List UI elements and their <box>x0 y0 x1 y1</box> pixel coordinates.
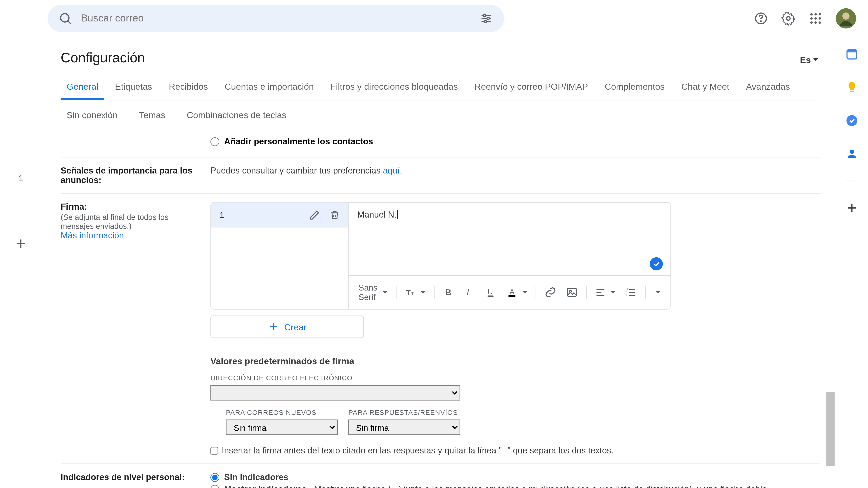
svg-text:I: I <box>467 288 469 297</box>
signature-sub: (Se adjunta al final de todos los mensaj… <box>61 213 201 231</box>
list-button[interactable]: 123 <box>621 284 640 301</box>
svg-text:B: B <box>445 288 452 297</box>
signature-editor: 1 Manuel N. Sans Se <box>211 202 671 310</box>
create-signature-button[interactable]: Crear <box>211 316 364 338</box>
compose-plus-icon[interactable] <box>13 236 28 251</box>
tab-shortcuts[interactable]: Combinaciones de teclas <box>181 105 292 125</box>
signature-toolbar: Sans Serif TT B I U A <box>349 275 670 309</box>
signature-textarea[interactable]: Manuel N. <box>349 203 670 275</box>
tune-icon[interactable] <box>479 11 493 26</box>
scrollbar-thumb[interactable] <box>827 392 835 466</box>
text-color-button[interactable]: A <box>503 284 531 301</box>
defaults-title: Valores predeterminados de firma <box>211 356 820 366</box>
font-select[interactable]: Sans Serif <box>355 281 391 304</box>
insert-before-label: Insertar la firma antes del texto citado… <box>222 446 614 455</box>
svg-point-11 <box>810 13 813 15</box>
svg-rect-25 <box>847 50 857 53</box>
tab-filters[interactable]: Filtros y direcciones bloqueadas <box>324 76 464 96</box>
address-select[interactable] <box>211 385 460 400</box>
row-label-indicators: Indicadores de nivel personal: <box>61 473 211 488</box>
svg-point-10 <box>786 17 790 20</box>
underline-button[interactable]: U <box>482 284 501 301</box>
search-input[interactable] <box>72 12 479 24</box>
search-box[interactable] <box>48 5 504 32</box>
svg-text:A: A <box>509 288 515 296</box>
row-label-signature: Firma: <box>61 202 87 212</box>
svg-rect-39 <box>567 288 576 296</box>
svg-point-14 <box>810 17 813 20</box>
italic-button[interactable]: I <box>460 284 479 301</box>
svg-point-15 <box>814 17 817 20</box>
radio-label: Sin indicadores <box>224 473 288 482</box>
svg-text:T: T <box>410 291 414 296</box>
tab-addons[interactable]: Complementos <box>599 76 671 96</box>
contacts-icon[interactable] <box>845 147 858 160</box>
svg-point-21 <box>842 12 850 20</box>
delete-icon[interactable] <box>329 210 340 220</box>
calendar-icon[interactable] <box>845 47 858 61</box>
more-format-button[interactable] <box>650 289 664 296</box>
svg-text:U: U <box>488 288 493 296</box>
importance-text: Puedes consultar y cambiar tus preferenc… <box>211 166 820 185</box>
link-button[interactable] <box>541 284 560 301</box>
reply-label: PARA RESPUESTAS/REENVÍOS <box>348 409 460 416</box>
left-rail-count: 1 <box>19 173 23 183</box>
align-button[interactable] <box>591 284 619 301</box>
language-label: Es <box>800 55 811 65</box>
radio-input[interactable] <box>211 473 219 482</box>
tab-general[interactable]: General <box>61 76 104 100</box>
svg-point-13 <box>819 13 821 15</box>
help-icon[interactable] <box>754 11 768 26</box>
new-mail-select[interactable]: Sin firma <box>226 420 338 435</box>
svg-line-1 <box>68 21 71 24</box>
apps-icon[interactable] <box>809 11 823 26</box>
svg-point-16 <box>819 17 821 20</box>
account-avatar[interactable] <box>836 8 856 29</box>
radio-input[interactable] <box>211 485 219 488</box>
tasks-icon[interactable] <box>845 114 858 127</box>
svg-point-0 <box>61 13 69 22</box>
reply-select[interactable]: Sin firma <box>348 420 460 435</box>
radio-input[interactable] <box>211 137 219 146</box>
keep-icon[interactable] <box>845 81 858 94</box>
radio-add-contacts-manually[interactable]: Añadir personalmente los contactos <box>211 137 373 146</box>
check-badge-icon <box>650 257 663 270</box>
tab-themes[interactable]: Temas <box>133 105 171 125</box>
tab-labels[interactable]: Etiquetas <box>109 76 158 96</box>
tab-inbox[interactable]: Recibidos <box>163 76 214 96</box>
svg-point-19 <box>819 22 821 24</box>
addons-plus-icon[interactable] <box>845 201 858 215</box>
language-selector[interactable]: Es <box>800 55 818 65</box>
tab-forwarding[interactable]: Reenvío y correo POP/IMAP <box>469 76 594 96</box>
svg-point-17 <box>810 22 813 24</box>
importance-link[interactable]: aquí <box>383 166 400 175</box>
plus-icon <box>268 321 280 333</box>
radio-label: Mostrar indicadores - Mostrar una flecha… <box>224 484 767 488</box>
radio-show-indicators[interactable]: Mostrar indicadores - Mostrar una flecha… <box>211 484 820 488</box>
tab-chat[interactable]: Chat y Meet <box>675 76 735 96</box>
page-title: Configuración <box>61 50 820 66</box>
svg-point-12 <box>814 13 817 15</box>
svg-rect-38 <box>508 295 516 297</box>
signature-list-item[interactable]: 1 <box>211 203 348 228</box>
signature-more-link[interactable]: Más información <box>61 230 124 240</box>
tab-offline[interactable]: Sin conexión <box>61 105 124 125</box>
svg-point-6 <box>487 17 489 20</box>
address-label: DIRECCIÓN DE CORREO ELECTRÓNICO <box>211 375 820 382</box>
font-size-button[interactable]: TT <box>401 284 429 301</box>
insert-before-checkbox[interactable] <box>211 447 218 454</box>
edit-icon[interactable] <box>309 210 320 220</box>
tab-accounts[interactable]: Cuentas e importación <box>219 76 320 96</box>
image-button[interactable] <box>562 284 581 301</box>
radio-no-indicators[interactable]: Sin indicadores <box>211 473 820 482</box>
bold-button[interactable]: B <box>439 284 458 301</box>
settings-icon[interactable] <box>781 11 796 26</box>
svg-text:3: 3 <box>627 293 629 297</box>
new-mail-label: PARA CORREOS NUEVOS <box>226 409 338 416</box>
svg-point-9 <box>761 21 761 22</box>
svg-point-5 <box>483 14 486 17</box>
svg-point-18 <box>814 22 817 24</box>
radio-label: Añadir personalmente los contactos <box>224 137 373 146</box>
tab-advanced[interactable]: Avanzadas <box>740 76 796 96</box>
signature-name: 1 <box>219 210 224 220</box>
